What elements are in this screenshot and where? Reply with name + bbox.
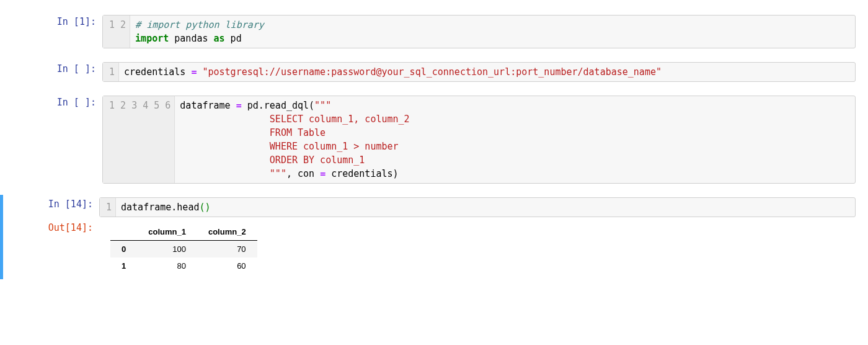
table-row: 0 100 70 (110, 241, 257, 258)
cell-value: 80 (137, 258, 197, 274)
row-index: 0 (110, 241, 137, 258)
row-index: 1 (110, 258, 137, 274)
code-cell[interactable]: In [1]: 1 2 # import python library impo… (0, 12, 868, 51)
code-input[interactable]: 1 dataframe.head() (99, 197, 856, 217)
column-header: column_1 (137, 223, 197, 241)
cell-value: 60 (197, 258, 257, 274)
code-cell-selected[interactable]: In [14]: 1 dataframe.head() Out[14]: col… (0, 195, 868, 279)
input-prompt: In [ ]: (3, 62, 102, 82)
code-text[interactable]: dataframe = pd.read_dql(""" SELECT colum… (175, 96, 855, 183)
code-input[interactable]: 1 2 3 4 5 6 dataframe = pd.read_dql(""" … (102, 96, 856, 184)
line-gutter: 1 (103, 63, 119, 81)
code-cell[interactable]: In [ ]: 1 2 3 4 5 6 dataframe = pd.read_… (0, 93, 868, 186)
line-gutter: 1 2 3 4 5 6 (103, 96, 175, 183)
input-prompt: In [ ]: (3, 96, 102, 184)
code-text[interactable]: credentials = "postgresql://username:pas… (119, 63, 855, 81)
table-row: 1 80 60 (110, 258, 257, 274)
input-prompt: In [1]: (3, 15, 102, 48)
code-input[interactable]: 1 2 # import python library import panda… (102, 15, 856, 48)
output-prompt: Out[14]: (3, 221, 99, 277)
code-text[interactable]: dataframe.head() (116, 198, 855, 217)
input-prompt: In [14]: (3, 197, 99, 217)
line-gutter: 1 2 (103, 16, 130, 48)
dataframe-table: column_1 column_2 0 100 70 1 80 60 (110, 223, 257, 274)
cell-value: 100 (137, 241, 197, 258)
line-gutter: 1 (100, 198, 116, 217)
column-header: column_2 (197, 223, 257, 241)
index-header (110, 223, 137, 241)
cell-value: 70 (197, 241, 257, 258)
code-input[interactable]: 1 credentials = "postgresql://username:p… (102, 62, 856, 82)
output-area: column_1 column_2 0 100 70 1 80 60 (99, 221, 868, 277)
code-text[interactable]: # import python library import pandas as… (130, 16, 855, 48)
table-header-row: column_1 column_2 (110, 223, 257, 241)
output-row: Out[14]: column_1 column_2 0 100 70 (3, 221, 868, 277)
code-cell[interactable]: In [ ]: 1 credentials = "postgresql://us… (0, 60, 868, 84)
